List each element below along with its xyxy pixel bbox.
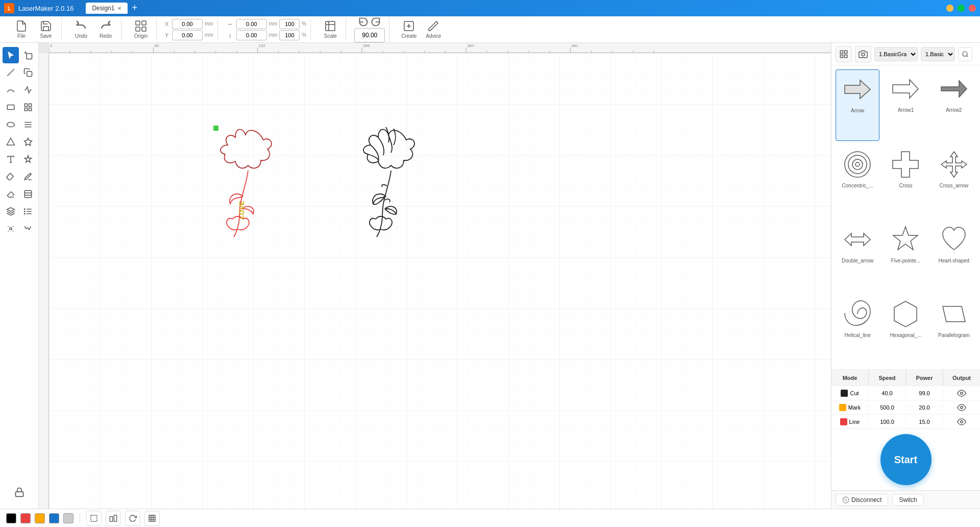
color-orange[interactable] [35,513,45,523]
extra-tools1 [3,221,36,237]
layer-icon [6,207,15,216]
minimize-button[interactable] [946,5,953,12]
ruler-v-ticks [39,53,49,509]
text-tool[interactable] [3,151,19,167]
canvas-content[interactable]: LOVE [49,53,831,509]
save-button[interactable]: Save [35,18,57,41]
crop-tool[interactable] [20,47,36,63]
width-pct-input[interactable] [279,19,300,29]
cut-output[interactable] [943,389,980,398]
origin-button[interactable]: Origin [130,18,152,41]
angle-input[interactable] [354,28,385,42]
width-input[interactable] [236,19,267,29]
text2-tool[interactable] [20,151,36,167]
color-black[interactable] [6,513,16,523]
shape-arrow2[interactable]: Arrow2 [932,69,976,141]
panel-search-btn[interactable] [958,47,972,61]
color-gray[interactable] [63,513,74,523]
create-button[interactable]: Create [398,18,420,41]
tab-design1[interactable]: Design1 ✕ [86,3,128,14]
cross-arrow-svg [939,149,969,180]
special-tool[interactable] [3,221,19,237]
erase2-tool[interactable] [20,186,36,202]
svg-rect-1 [142,21,146,25]
redo-button[interactable]: Redo [94,18,117,41]
rect-tool[interactable] [3,99,19,115]
category-dropdown[interactable]: 1.BasicGra [874,47,918,61]
svg-marker-90 [893,227,918,250]
svg-point-14 [7,123,14,127]
panel-camera-btn[interactable] [855,46,871,62]
curve-tool[interactable] [3,82,19,98]
layer-tool[interactable] [3,203,19,220]
shape-arrow1[interactable]: Arrow1 [884,69,927,141]
mark-output[interactable] [943,403,980,412]
special2-tool[interactable] [20,221,36,237]
copy-tool[interactable] [20,64,36,81]
table-tool[interactable] [144,511,160,526]
arrow2-preview [938,73,970,105]
subcategory-dropdown[interactable]: 1.Basic [921,47,955,61]
shape-cross-arrow[interactable]: Cross_arrow [932,145,976,215]
cut-power: 99.0 [906,390,943,396]
origin-icon [135,20,147,32]
bbox-tool[interactable] [86,511,102,526]
selection-handle[interactable] [213,126,218,131]
height-icon: ↕ [226,31,234,39]
maximize-button[interactable] [958,5,965,12]
line-eye-icon[interactable] [957,417,966,426]
shape-heart[interactable]: Heart-shaped [932,220,976,291]
shape-arrow[interactable]: Arrow [836,69,879,141]
color-red[interactable] [20,513,31,523]
advice-button[interactable]: Advice [422,18,445,41]
polygon-tool[interactable] [3,134,19,150]
switch-button[interactable]: Switch [892,494,923,506]
canvas-area[interactable]: // Will be drawn by JS below 09619228838… [39,43,831,509]
layer-cut-row[interactable]: Cut 40.0 99.0 [831,386,980,400]
shape-parallelogram[interactable]: Parallelogram [932,295,976,365]
panel-view-btn[interactable] [836,46,852,62]
height-input[interactable] [236,30,267,40]
tab-close-button[interactable]: ✕ [117,6,121,11]
mark-power: 20.0 [906,404,943,411]
spline-tool[interactable] [20,82,36,98]
scale-button[interactable]: Scale [319,18,341,41]
height-pct-input[interactable] [279,30,300,40]
x-input[interactable] [172,19,203,29]
start-button[interactable]: Start [880,434,932,485]
line-output[interactable] [943,417,980,426]
select-tool[interactable] [3,47,19,63]
mode-header: Mode [831,370,869,386]
undo-button[interactable]: Undo [70,18,92,41]
arrange-tool[interactable] [106,511,121,526]
svg-rect-9 [7,105,14,110]
fill-tool[interactable] [3,169,19,185]
refresh-tool[interactable] [125,511,140,526]
shape-concentric[interactable]: Concentric_... [836,145,879,215]
lock-button[interactable] [11,484,28,500]
disconnect-button[interactable]: Disconnect [836,494,888,506]
y-input[interactable] [172,30,203,40]
cut-eye-icon[interactable] [957,389,966,398]
close-button[interactable] [969,5,976,12]
grid-tool[interactable] [20,99,36,115]
shape-cross[interactable]: Cross [884,145,927,215]
layer2-tool[interactable] [20,203,36,220]
shape-five-pointed[interactable]: Five-pointe... [884,220,927,291]
svg-marker-19 [24,138,32,146]
line-tool[interactable] [3,64,19,81]
shape-double-arrow[interactable]: Double_arrow [836,220,879,291]
mark-eye-icon[interactable] [957,403,966,412]
color-blue[interactable] [49,513,59,523]
align-tool[interactable] [20,116,36,133]
tab-add-button[interactable]: + [132,3,137,14]
layer-line-row[interactable]: Line 100.0 15.0 [831,415,980,429]
star-tool[interactable] [20,134,36,150]
file-button[interactable]: File [10,18,33,41]
shape-hexagonal[interactable]: Hexagonal_... [884,295,927,365]
erase-tool[interactable] [3,186,19,202]
layer-mark-row[interactable]: Mark 500.0 20.0 [831,400,980,415]
ellipse-tool[interactable] [3,116,19,133]
pen-tool[interactable] [20,169,36,185]
shape-helical[interactable]: Helical_line [836,295,879,365]
